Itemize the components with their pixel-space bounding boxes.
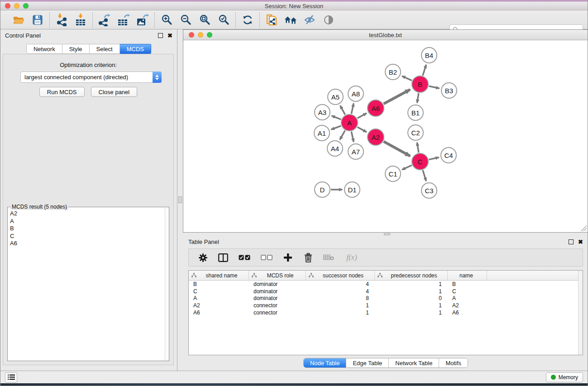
table-row[interactable]: A6connector11A6 bbox=[189, 309, 583, 316]
tab-network[interactable]: Network bbox=[26, 44, 62, 54]
edge-A2-C[interactable] bbox=[384, 142, 411, 156]
graph-node-C3[interactable]: C3 bbox=[421, 182, 437, 199]
deselect-all-rows-icon[interactable] bbox=[260, 251, 273, 264]
cell-name[interactable]: A bbox=[448, 295, 487, 301]
edge-B-B4[interactable] bbox=[423, 65, 426, 76]
tab-edge-table[interactable]: Edge Table bbox=[346, 358, 388, 367]
zoom-fit-icon[interactable] bbox=[198, 13, 211, 27]
cell-shared-name[interactable]: A bbox=[189, 295, 249, 301]
cell-shared-name[interactable]: A6 bbox=[189, 310, 249, 316]
column-header-successor-nodes[interactable]: successor nodes bbox=[306, 271, 375, 280]
graph-node-C4[interactable]: C4 bbox=[440, 147, 457, 163]
horizontal-splitter[interactable] bbox=[183, 233, 588, 236]
graph-node-A[interactable]: A bbox=[341, 114, 358, 131]
edge-A-A7[interactable] bbox=[351, 132, 354, 142]
mcds-result-item[interactable]: B bbox=[10, 225, 169, 233]
tab-select[interactable]: Select bbox=[90, 44, 120, 54]
cell-name[interactable]: A2 bbox=[448, 302, 487, 309]
run-mcds-button[interactable]: Run MCDS bbox=[39, 87, 85, 97]
cell-name[interactable]: C bbox=[448, 288, 487, 295]
edge-C-C4[interactable] bbox=[429, 157, 439, 160]
export-network-icon[interactable] bbox=[98, 13, 111, 27]
graph-node-B1[interactable]: B1 bbox=[407, 105, 424, 121]
table-row[interactable]: Adominator80A bbox=[189, 295, 583, 302]
edge-A-A5[interactable] bbox=[340, 105, 345, 114]
edge-A-A1[interactable] bbox=[331, 126, 341, 129]
graph-node-C1[interactable]: C1 bbox=[385, 166, 401, 182]
zoom-selected-icon[interactable] bbox=[217, 13, 230, 27]
edge-A6-B[interactable] bbox=[384, 90, 410, 104]
edge-A-A2[interactable] bbox=[358, 127, 367, 132]
graph-node-A7[interactable]: A7 bbox=[348, 143, 364, 160]
column-header-shared-name[interactable]: shared name bbox=[189, 271, 249, 280]
mcds-result-item[interactable]: A2 bbox=[10, 210, 169, 218]
cell-MCDS-role[interactable]: dominator bbox=[249, 281, 306, 287]
vertical-splitter-grip[interactable] bbox=[178, 196, 182, 203]
cell-name[interactable]: A6 bbox=[448, 310, 487, 316]
duplicate-network-icon[interactable] bbox=[265, 13, 278, 27]
export-table-icon[interactable] bbox=[117, 13, 130, 27]
create-column-icon[interactable] bbox=[282, 251, 294, 264]
criterion-dropdown[interactable]: largest connected component (directed) bbox=[20, 71, 162, 83]
graph-node-B4[interactable]: B4 bbox=[421, 47, 437, 63]
cell-predecessor-nodes[interactable]: 1 bbox=[375, 310, 448, 316]
graph-node-A1[interactable]: A1 bbox=[314, 125, 330, 141]
cell-shared-name[interactable]: B bbox=[189, 281, 249, 287]
tab-node-table[interactable]: Node Table bbox=[304, 358, 346, 367]
table-scrollbar[interactable] bbox=[578, 271, 583, 355]
mcds-result-item[interactable]: A bbox=[10, 218, 169, 225]
show-graphics-details-icon[interactable] bbox=[322, 13, 335, 27]
graph-node-C2[interactable]: C2 bbox=[407, 124, 424, 141]
table-row[interactable]: Bdominator41B bbox=[189, 281, 583, 288]
vertical-splitter[interactable] bbox=[177, 29, 183, 371]
mcds-result-scrollbar[interactable] bbox=[165, 207, 169, 361]
import-table-icon[interactable] bbox=[74, 13, 87, 27]
edge-A-A8[interactable] bbox=[351, 103, 354, 114]
column-header-predecessor-nodes[interactable]: predecessor nodes bbox=[375, 271, 448, 280]
cell-MCDS-role[interactable]: connector bbox=[249, 310, 306, 316]
graph-node-A4[interactable]: A4 bbox=[327, 140, 343, 157]
network-minimize-button[interactable] bbox=[198, 32, 203, 38]
import-network-icon[interactable] bbox=[55, 13, 68, 27]
cell-successor-nodes[interactable]: 4 bbox=[306, 288, 375, 295]
edge-B-B3[interactable] bbox=[429, 86, 440, 88]
cell-successor-nodes[interactable]: 8 bbox=[306, 295, 375, 301]
tab-motifs[interactable]: Motifs bbox=[439, 358, 468, 367]
network-overview-icon[interactable] bbox=[284, 13, 297, 27]
close-panel-button[interactable]: Close panel bbox=[91, 87, 138, 97]
hide-graphics-details-icon[interactable] bbox=[303, 13, 316, 27]
graph-node-A8[interactable]: A8 bbox=[348, 86, 364, 102]
graph-node-B3[interactable]: B3 bbox=[441, 82, 457, 99]
edge-B-B2[interactable] bbox=[402, 76, 412, 81]
edge-A-A3[interactable] bbox=[332, 116, 341, 119]
mcds-result-item[interactable]: A6 bbox=[10, 240, 169, 248]
save-session-icon[interactable] bbox=[31, 13, 44, 27]
cell-predecessor-nodes[interactable]: 1 bbox=[375, 281, 448, 287]
graph-node-A3[interactable]: A3 bbox=[314, 104, 330, 120]
close-panel-icon[interactable]: ✖ bbox=[167, 33, 172, 38]
tab-style[interactable]: Style bbox=[62, 44, 90, 54]
delete-columns-trash-icon[interactable] bbox=[302, 251, 314, 264]
cell-shared-name[interactable]: A2 bbox=[189, 302, 249, 309]
memory-button[interactable]: Memory bbox=[546, 372, 583, 382]
table-mode-gear-icon[interactable] bbox=[197, 251, 209, 264]
cell-MCDS-role[interactable]: dominator bbox=[249, 295, 306, 301]
graph-node-B2[interactable]: B2 bbox=[385, 64, 401, 80]
mcds-result-list[interactable]: A2ABCA6 bbox=[8, 207, 169, 361]
graph-node-D1[interactable]: D1 bbox=[344, 181, 360, 198]
cell-successor-nodes[interactable]: 1 bbox=[306, 302, 375, 309]
cell-MCDS-role[interactable]: connector bbox=[249, 302, 306, 309]
graph-node-B[interactable]: B bbox=[411, 76, 429, 93]
cell-successor-nodes[interactable]: 4 bbox=[306, 281, 375, 287]
edge-A-A6[interactable] bbox=[358, 113, 367, 118]
zoom-in-icon[interactable] bbox=[160, 13, 173, 27]
graph-node-A6[interactable]: A6 bbox=[367, 100, 384, 117]
cell-name[interactable]: B bbox=[448, 281, 487, 287]
table-row[interactable]: A2connector11A2 bbox=[189, 302, 583, 309]
horizontal-splitter-grip[interactable] bbox=[384, 233, 390, 235]
column-header-MCDS-role[interactable]: MCDS role bbox=[249, 271, 306, 280]
mcds-result-item[interactable]: C bbox=[10, 233, 169, 240]
task-history-button[interactable] bbox=[5, 372, 17, 382]
edge-C-C3[interactable] bbox=[423, 170, 426, 181]
tab-mcds[interactable]: MCDS bbox=[120, 44, 151, 54]
